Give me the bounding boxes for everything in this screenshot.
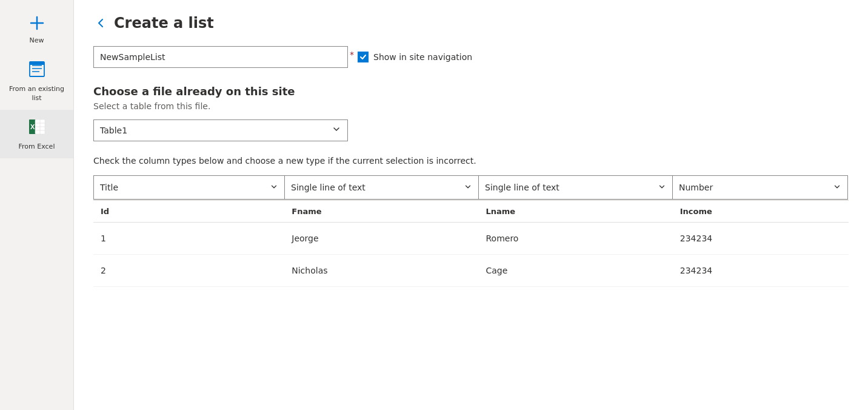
table-cell-r1-c1: Nicholas [284,255,478,287]
col-header-fname: Fname [284,201,478,223]
section-subtitle: Select a table from this file. [93,101,849,111]
col-header-id: Id [93,201,284,223]
show-nav-label: Show in site navigation [373,52,472,62]
col-type-select-income[interactable]: Number [672,175,848,200]
required-star: * [350,50,354,59]
name-input-wrap: * [93,46,348,68]
table-cell-r0-c1: Jeorge [284,223,478,255]
chevron-down-icon [332,124,341,136]
col-type-id-chevron [270,182,278,193]
page-header: Create a list [93,15,849,32]
sidebar-item-new-label: New [30,36,44,45]
col-header-income: Income [673,201,849,223]
svg-text:X: X [30,123,35,130]
col-type-fname-chevron [464,182,472,193]
table-cell-r0-c2: Romero [479,223,673,255]
col-type-lname-label: Single line of text [485,183,559,192]
col-type-income-chevron [833,182,841,193]
sidebar-item-new[interactable]: New [0,6,73,52]
col-type-select-id[interactable]: Title [93,175,284,200]
list-name-input[interactable] [93,46,348,68]
page-title: Create a list [114,15,214,32]
data-table: Id Fname Lname Income 1JeorgeRomero23423… [93,201,849,287]
list-icon [27,59,47,81]
column-type-instructions: Check the column types below and choose … [93,156,849,166]
table-cell-r0-c0: 1 [93,223,284,255]
main-content: Create a list * Show in site navigation … [74,0,868,410]
plus-icon [27,13,47,33]
sidebar-item-from-existing-label: From an existing list [5,85,68,102]
sidebar: New From an existing list X [0,0,74,410]
table-row: 2NicholasCage234234 [93,255,849,287]
sidebar-item-from-existing-list[interactable]: From an existing list [0,52,73,110]
table-cell-r0-c3: 234234 [673,223,849,255]
col-type-select-fname[interactable]: Single line of text [284,175,478,200]
excel-icon: X [27,117,47,139]
col-type-fname-label: Single line of text [291,183,366,192]
section-title: Choose a file already on this site [93,85,849,98]
table-cell-r1-c2: Cage [479,255,673,287]
table-cell-r1-c3: 234234 [673,255,849,287]
show-nav-checkbox[interactable] [358,52,369,62]
col-type-income-label: Number [679,183,713,192]
name-row: * Show in site navigation [93,46,849,68]
table-dropdown-label: Table1 [100,126,127,135]
table-cell-r1-c0: 2 [93,255,284,287]
col-header-lname: Lname [479,201,673,223]
sidebar-item-from-excel-label: From Excel [19,143,55,151]
table-dropdown[interactable]: Table1 [93,119,348,141]
sidebar-item-from-excel[interactable]: X From Excel [0,110,73,158]
col-type-select-lname[interactable]: Single line of text [478,175,672,200]
back-button[interactable] [93,16,108,30]
col-type-lname-chevron [658,182,666,193]
svg-rect-6 [30,62,44,65]
table-row: 1JeorgeRomero234234 [93,223,849,255]
column-types-row: Title Single line of text Single line of… [93,175,849,201]
col-type-id-label: Title [100,183,118,192]
show-nav-row: Show in site navigation [358,52,472,62]
